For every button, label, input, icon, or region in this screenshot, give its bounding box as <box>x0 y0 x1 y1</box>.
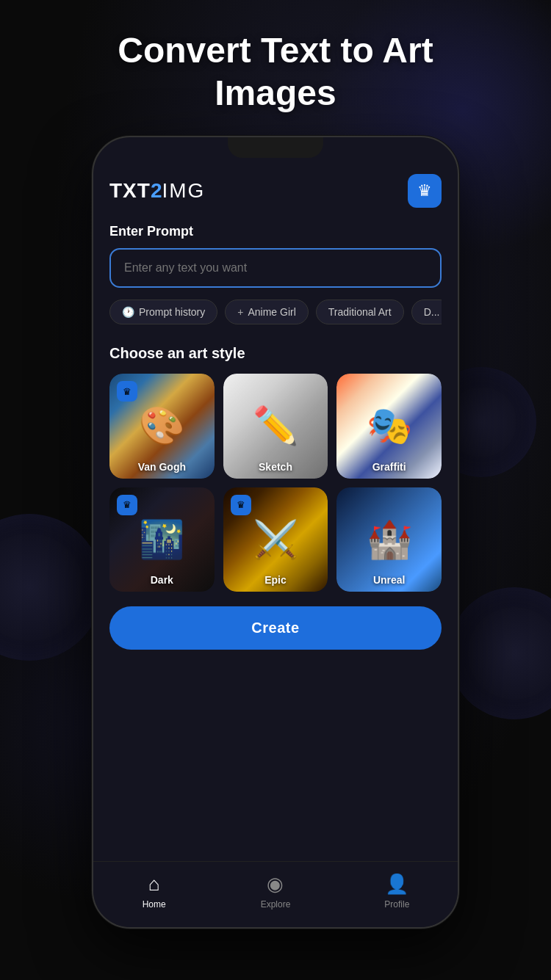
art-card-sketch[interactable]: Sketch <box>223 374 328 479</box>
logo-txt: TXT <box>109 179 151 203</box>
art-card-dark-label: Dark <box>109 574 215 586</box>
explore-icon: ◉ <box>267 873 284 896</box>
art-card-epic-label: Epic <box>223 574 328 586</box>
dark-crown-badge: ♛ <box>117 495 137 515</box>
volume-down-button <box>458 343 459 387</box>
volume-up-button <box>458 284 459 328</box>
chip-anime-girl[interactable]: + Anime Girl <box>225 300 309 324</box>
chip-prompt-history[interactable]: 🕐 Prompt history <box>109 300 217 324</box>
art-card-graffiti-label: Graffiti <box>336 461 442 473</box>
prompt-input[interactable] <box>124 261 427 275</box>
phone-notch <box>228 137 323 158</box>
prompt-section-label: Enter Prompt <box>109 224 442 239</box>
profile-icon: 👤 <box>385 873 408 896</box>
premium-button[interactable]: ♛ <box>408 174 442 208</box>
art-card-vangogh-label: Van Gogh <box>109 461 215 473</box>
chips-row: 🕐 Prompt history + Anime Girl Traditiona… <box>109 300 442 327</box>
chip-traditional-label: Traditional Art <box>328 306 392 318</box>
art-card-vangogh[interactable]: ♛ Van Gogh <box>109 374 215 479</box>
art-card-unreal-label: Unreal <box>336 574 442 586</box>
page-title: Convert Text to Art Images <box>0 29 551 114</box>
clock-icon: 🕐 <box>122 306 134 318</box>
crown-badge-icon-epic: ♛ <box>237 499 245 510</box>
chip-more-label: D... <box>424 306 440 318</box>
art-style-grid: ♛ Van Gogh Sketch Graffiti <box>109 374 442 592</box>
app-logo: TXT 2 IMG <box>109 179 205 203</box>
vangogh-crown-badge: ♛ <box>117 381 137 402</box>
nav-item-home[interactable]: ⌂ Home <box>125 873 184 910</box>
crown-badge-icon: ♛ <box>123 386 132 397</box>
nav-explore-label: Explore <box>261 899 291 910</box>
art-card-unreal[interactable]: Unreal <box>336 487 442 592</box>
phone-frame: TXT 2 IMG ♛ Enter Prompt 🕐 Prompt histor… <box>92 136 459 929</box>
nav-item-explore[interactable]: ◉ Explore <box>246 873 305 910</box>
nav-profile-label: Profile <box>384 899 409 910</box>
art-card-graffiti[interactable]: Graffiti <box>336 374 442 479</box>
app-content: TXT 2 IMG ♛ Enter Prompt 🕐 Prompt histor… <box>93 159 458 861</box>
crown-icon: ♛ <box>417 181 432 200</box>
logo-2: 2 <box>151 179 162 203</box>
art-card-dark[interactable]: ♛ Dark <box>109 487 215 592</box>
chip-traditional-art[interactable]: Traditional Art <box>316 300 404 324</box>
chip-anime-label: Anime Girl <box>248 306 295 318</box>
crown-badge-icon-dark: ♛ <box>123 499 132 510</box>
chip-more[interactable]: D... <box>411 300 442 324</box>
phone-screen: TXT 2 IMG ♛ Enter Prompt 🕐 Prompt histor… <box>93 137 458 927</box>
epic-crown-badge: ♛ <box>231 495 251 515</box>
plus-icon: + <box>237 306 243 318</box>
create-button[interactable]: Create <box>109 606 442 650</box>
art-card-epic[interactable]: ♛ Epic <box>223 487 328 592</box>
nav-home-label: Home <box>143 899 166 910</box>
bottom-navigation: ⌂ Home ◉ Explore 👤 Profile <box>93 861 458 927</box>
logo-img: IMG <box>162 179 205 203</box>
app-header: TXT 2 IMG ♛ <box>109 174 442 208</box>
create-button-wrapper: Create <box>109 606 442 657</box>
home-icon: ⌂ <box>148 873 160 896</box>
art-style-label: Choose an art style <box>109 345 442 362</box>
chip-history-label: Prompt history <box>139 306 205 318</box>
art-card-sketch-label: Sketch <box>223 461 328 473</box>
nav-item-profile[interactable]: 👤 Profile <box>367 873 426 910</box>
prompt-input-wrapper[interactable] <box>109 248 442 288</box>
